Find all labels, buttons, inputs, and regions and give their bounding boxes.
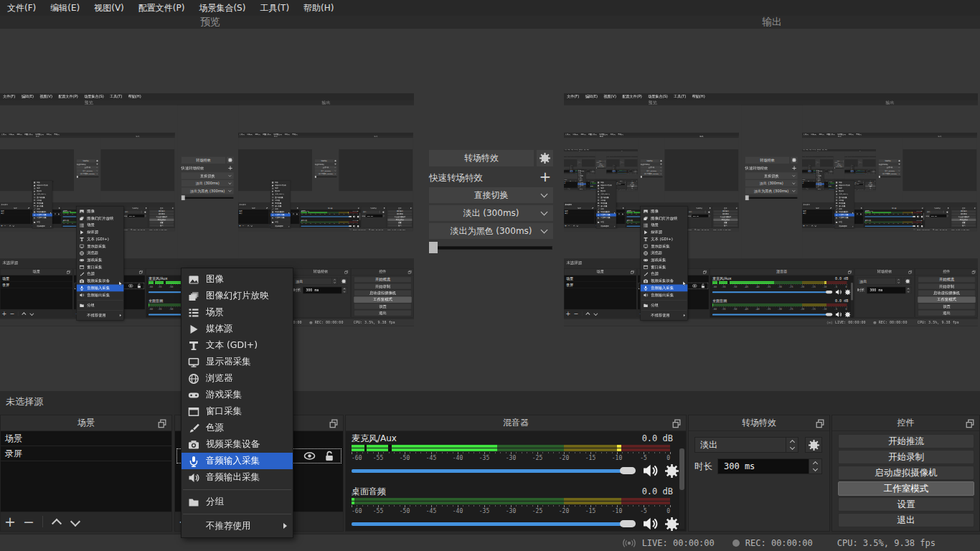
record-dot-icon: [309, 321, 313, 324]
controls-dock-header: 控件: [352, 269, 414, 276]
menu-view[interactable]: 视图(V): [87, 0, 131, 16]
menu-item-group: 分组: [834, 221, 854, 224]
transition-gear-icon[interactable]: [537, 150, 553, 166]
popout-icon[interactable]: [157, 418, 167, 428]
volume-slider-handle[interactable]: [620, 520, 636, 527]
transition-select-spinner: [705, 211, 707, 214]
popout-icon[interactable]: [815, 418, 825, 428]
volume-slider-handle[interactable]: [620, 467, 636, 474]
browser-icon: [272, 199, 274, 202]
menu-item-deprecated: 不推荐使用: [578, 189, 586, 190]
studio-mode-button[interactable]: 工作室模式: [838, 481, 974, 496]
menu-edit[interactable]: 编辑(E): [43, 0, 87, 16]
lock-icon[interactable]: [323, 450, 335, 462]
transition-properties-gear-icon: [946, 211, 948, 214]
volume-slider-handle: [826, 291, 832, 293]
scene-item[interactable]: 录屏: [1, 446, 171, 461]
menu-item-color-source[interactable]: 色源: [182, 420, 293, 436]
window-icon: [34, 205, 36, 207]
menu-item-group[interactable]: 分组: [182, 494, 293, 510]
menu-file[interactable]: 文件(F): [0, 0, 43, 16]
move-scene-up-button[interactable]: [47, 518, 66, 525]
controls-dock-title: 控件: [398, 207, 401, 209]
mute-speaker-icon[interactable]: [642, 463, 658, 479]
controls-dock-header: 控件: [915, 269, 978, 276]
start-streaming-button[interactable]: 开始推流: [838, 434, 974, 448]
transitions-dock-header: 转场特效: [123, 207, 148, 209]
controls-dock: 控件 开始推流 开始录制 启动虚拟摄像机 工作室模式 设置 退出: [864, 181, 876, 189]
text-icon: [34, 193, 36, 195]
transitions-dock-header[interactable]: 转场特效: [689, 415, 829, 431]
transition-button[interactable]: 转场特效: [429, 150, 534, 166]
quick-transition-cut[interactable]: 直接切换: [429, 187, 553, 203]
menu-item-video-capture-device[interactable]: 视频采集设备: [182, 436, 293, 453]
quick-transition-fade-to-black[interactable]: 淡出为黑色 (300ms): [429, 223, 553, 239]
volume-slider[interactable]: [352, 465, 636, 476]
scenes-dock: 场景 场景 录屏 + −: [564, 181, 577, 189]
menu-item-media-source[interactable]: 媒体源: [182, 321, 293, 337]
mixer-scrollbar: [851, 283, 853, 316]
popout-icon[interactable]: [965, 418, 975, 428]
window-icon: [188, 406, 199, 418]
duration-input[interactable]: 300 ms: [717, 458, 809, 474]
menu-profile[interactable]: 配置文件(P): [131, 0, 192, 16]
channel-gear-icon[interactable]: [665, 464, 679, 478]
transition-select[interactable]: 淡出: [694, 437, 786, 453]
rec-timer: REC: 00:00:00: [745, 538, 813, 548]
menu-item-deprecated: 不推荐使用: [77, 312, 123, 319]
mixer-scrollbar[interactable]: [679, 448, 684, 529]
chevron-down-icon: [228, 189, 231, 192]
text-icon: [836, 193, 838, 195]
scenes-toolbar: + −: [0, 309, 72, 317]
menu-item-window-capture[interactable]: 窗口采集: [182, 403, 293, 420]
volume-slider[interactable]: [352, 518, 636, 529]
menu-scene-collection[interactable]: 场景集合(S): [192, 0, 253, 16]
add-scene-button[interactable]: +: [1, 514, 19, 529]
scene-item[interactable]: 场景: [1, 431, 171, 446]
exit-button[interactable]: 退出: [838, 513, 974, 527]
menu-item-audio-input-capture[interactable]: 音频输入采集: [182, 453, 293, 469]
channel-name: 桌面音频: [352, 486, 386, 498]
duration-spinner[interactable]: [809, 458, 822, 474]
transition-select-spinner[interactable]: [786, 437, 798, 453]
menu-item-audio-output-capture[interactable]: 音频输出采集: [182, 469, 293, 486]
duration-spinner: [863, 184, 864, 185]
scene-list-icon: [80, 223, 85, 228]
menu-help[interactable]: 帮助(H): [296, 0, 341, 16]
program-viewport[interactable]: 文件(F) 编辑(E) 视图(V) 配置文件(P) 场景集合(S) 工具(T) …: [564, 29, 980, 391]
popout-icon[interactable]: [672, 418, 682, 428]
transition-button: 转场特效: [641, 159, 659, 162]
menu-tools[interactable]: 工具(T): [253, 0, 296, 16]
menu-item-display-capture[interactable]: 显示器采集: [182, 354, 293, 370]
settings-button[interactable]: 设置: [838, 497, 974, 512]
remove-scene-button[interactable]: −: [19, 514, 38, 529]
popout-icon[interactable]: [329, 418, 339, 428]
tbar-handle[interactable]: [429, 242, 438, 253]
controls-dock-header[interactable]: 控件: [832, 415, 979, 431]
transition-properties-gear-icon[interactable]: [805, 437, 822, 453]
tbar-slider[interactable]: [429, 242, 552, 253]
start-virtual-camera-button[interactable]: 启动虚拟摄像机: [838, 466, 974, 480]
add-quick-transition-button: +: [96, 163, 99, 166]
menu-item-game-capture[interactable]: 游戏采集: [182, 387, 293, 403]
mixer-dock-header[interactable]: 混音器: [346, 415, 686, 431]
menu-item-slideshow[interactable]: 图像幻灯片放映: [182, 288, 293, 304]
menu-item-deprecated[interactable]: 不推荐使用: [182, 518, 293, 534]
mixer-channel-desktop: 桌面音频 0.0 dB -60-55-50-45-40-35-30-25-20-…: [710, 298, 854, 318]
move-scene-down-button[interactable]: [66, 518, 85, 525]
scene-item: 录屏: [802, 183, 815, 184]
menu-item-browser[interactable]: 浏览器: [182, 370, 293, 387]
transition-select-spinner: [141, 211, 143, 214]
quick-transition-fade[interactable]: 淡出 (300ms): [429, 205, 553, 221]
mute-speaker-icon[interactable]: [642, 516, 658, 532]
menu-item-scene[interactable]: 场景: [182, 304, 293, 321]
menu-item-image[interactable]: 图像: [182, 271, 293, 288]
brush-icon: [188, 423, 199, 434]
start-recording-button[interactable]: 开始录制: [838, 450, 974, 464]
add-quick-transition-button[interactable]: +: [537, 169, 553, 184]
visibility-eye-icon[interactable]: [303, 450, 316, 462]
menu-item-text-gdi[interactable]: 文本 (GDI+): [182, 337, 293, 354]
scenes-dock-header[interactable]: 场景: [1, 415, 171, 431]
quick-transition-cut: 直接切换: [315, 166, 337, 169]
channel-gear-icon[interactable]: [665, 517, 679, 531]
